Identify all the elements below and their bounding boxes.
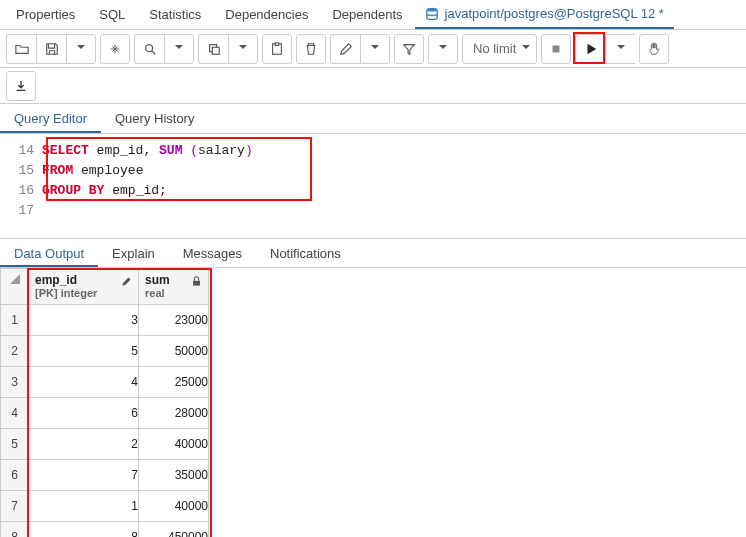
cell-emp-id[interactable]: 5: [29, 336, 139, 367]
svg-point-1: [145, 44, 152, 51]
cell-emp-id[interactable]: 3: [29, 305, 139, 336]
download-button[interactable]: [6, 71, 36, 101]
search-button[interactable]: [134, 34, 164, 64]
row-number[interactable]: 3: [1, 367, 29, 398]
svg-rect-5: [275, 42, 279, 45]
paste-button[interactable]: [262, 34, 292, 64]
delete-button[interactable]: [296, 34, 326, 64]
cell-sum[interactable]: 28000: [139, 398, 209, 429]
svg-rect-7: [193, 281, 200, 286]
tab-properties[interactable]: Properties: [4, 1, 87, 28]
cross-icon: [108, 42, 122, 56]
chevron-down-icon: [371, 41, 379, 56]
paste-icon: [270, 42, 284, 56]
table-row[interactable]: 88450000: [1, 522, 209, 538]
search-dropdown[interactable]: [164, 34, 194, 64]
execute-dropdown[interactable]: [605, 34, 635, 64]
table-row[interactable]: 5240000: [1, 429, 209, 460]
copy-dropdown[interactable]: [228, 34, 258, 64]
edit-dropdown[interactable]: [360, 34, 390, 64]
tab-explain[interactable]: Explain: [98, 239, 169, 267]
cell-emp-id[interactable]: 6: [29, 398, 139, 429]
tab-notifications[interactable]: Notifications: [256, 239, 355, 267]
line-number: 15: [0, 163, 42, 178]
row-number[interactable]: 8: [1, 522, 29, 538]
chevron-down-icon: [175, 41, 183, 56]
row-number[interactable]: 7: [1, 491, 29, 522]
code-text: GROUP BY emp_id;: [42, 183, 167, 198]
cross-button[interactable]: [100, 34, 130, 64]
execute-button[interactable]: [575, 34, 605, 64]
column-header-sum[interactable]: sum real: [139, 269, 209, 305]
cell-sum[interactable]: 35000: [139, 460, 209, 491]
svg-point-0: [426, 7, 437, 11]
table-row[interactable]: 7140000: [1, 491, 209, 522]
cell-sum[interactable]: 25000: [139, 367, 209, 398]
column-header-emp-id[interactable]: emp_id [PK] integer: [29, 269, 139, 305]
row-number[interactable]: 6: [1, 460, 29, 491]
cell-emp-id[interactable]: 8: [29, 522, 139, 538]
save-button[interactable]: [36, 34, 66, 64]
cell-emp-id[interactable]: 4: [29, 367, 139, 398]
sql-editor[interactable]: 14 SELECT emp_id, SUM (salary) 15 FROM e…: [0, 134, 746, 238]
copy-button[interactable]: [198, 34, 228, 64]
tab-sql[interactable]: SQL: [87, 1, 137, 28]
tab-dependents[interactable]: Dependents: [320, 1, 414, 28]
tab-query-history[interactable]: Query History: [101, 104, 208, 133]
triangle-icon: [10, 274, 20, 284]
chevron-down-icon: [77, 41, 85, 56]
hand-icon: [647, 42, 661, 56]
cell-emp-id[interactable]: 2: [29, 429, 139, 460]
tab-dependencies[interactable]: Dependencies: [213, 1, 320, 28]
table-row[interactable]: 3425000: [1, 367, 209, 398]
save-dropdown[interactable]: [66, 34, 96, 64]
row-number[interactable]: 4: [1, 398, 29, 429]
connection-label: javatpoint/postgres@PostgreSQL 12 *: [445, 6, 664, 21]
tab-messages[interactable]: Messages: [169, 239, 256, 267]
second-toolbar: [0, 68, 746, 104]
cell-sum[interactable]: 40000: [139, 491, 209, 522]
table-row[interactable]: 6735000: [1, 460, 209, 491]
connection-tab[interactable]: javatpoint/postgres@PostgreSQL 12 *: [415, 0, 674, 29]
cell-emp-id[interactable]: 1: [29, 491, 139, 522]
save-icon: [45, 42, 59, 56]
filter-dropdown[interactable]: [428, 34, 458, 64]
table-row[interactable]: 1323000: [1, 305, 209, 336]
code-text: SELECT emp_id, SUM (salary): [42, 143, 253, 158]
table-row[interactable]: 2550000: [1, 336, 209, 367]
copy-icon: [207, 42, 221, 56]
filter-button[interactable]: [394, 34, 424, 64]
limit-label: No limit: [473, 41, 516, 56]
tab-query-editor[interactable]: Query Editor: [0, 104, 101, 133]
chevron-down-icon: [239, 41, 247, 56]
edit-button[interactable]: [330, 34, 360, 64]
svg-rect-3: [212, 47, 219, 54]
editor-line: 14 SELECT emp_id, SUM (salary): [0, 140, 746, 160]
cell-sum[interactable]: 450000: [139, 522, 209, 538]
pencil-icon: [121, 276, 132, 287]
column-type: real: [145, 287, 202, 299]
open-file-button[interactable]: [6, 34, 36, 64]
tab-statistics[interactable]: Statistics: [137, 1, 213, 28]
code-text: FROM employee: [42, 163, 143, 178]
cell-sum[interactable]: 40000: [139, 429, 209, 460]
cell-sum[interactable]: 50000: [139, 336, 209, 367]
pencil-icon: [339, 42, 353, 56]
results-grid[interactable]: emp_id [PK] integer sum real 13230002550…: [0, 268, 209, 537]
row-number[interactable]: 2: [1, 336, 29, 367]
tab-data-output[interactable]: Data Output: [0, 239, 98, 267]
row-number[interactable]: 5: [1, 429, 29, 460]
row-header-corner[interactable]: [1, 269, 29, 305]
download-icon: [14, 79, 28, 93]
stop-button[interactable]: [541, 34, 571, 64]
cell-sum[interactable]: 23000: [139, 305, 209, 336]
top-tabs: Properties SQL Statistics Dependencies D…: [0, 0, 746, 30]
folder-open-icon: [15, 42, 29, 56]
search-icon: [143, 42, 157, 56]
limit-select[interactable]: No limit: [462, 34, 537, 64]
explain-button[interactable]: [639, 34, 669, 64]
cell-emp-id[interactable]: 7: [29, 460, 139, 491]
table-row[interactable]: 4628000: [1, 398, 209, 429]
row-number[interactable]: 1: [1, 305, 29, 336]
line-number: 17: [0, 203, 42, 218]
